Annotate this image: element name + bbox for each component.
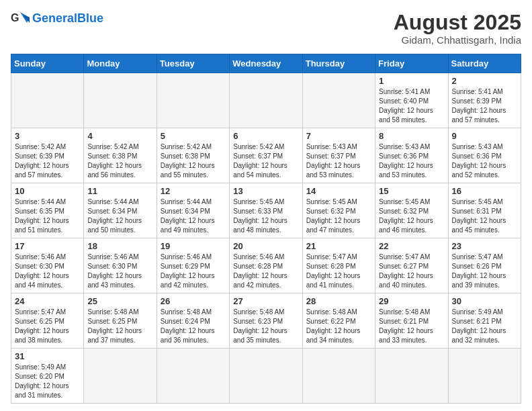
day-info: Sunrise: 5:45 AM Sunset: 6:32 PM Dayligh… [379, 197, 444, 235]
calendar-day-cell: 26Sunrise: 5:48 AM Sunset: 6:24 PM Dayli… [157, 293, 229, 349]
day-info: Sunrise: 5:48 AM Sunset: 6:25 PM Dayligh… [87, 308, 152, 345]
day-number: 7 [306, 131, 371, 141]
calendar-table: SundayMondayTuesdayWednesdayThursdayFrid… [11, 54, 521, 404]
calendar-day-cell: 15Sunrise: 5:45 AM Sunset: 6:32 PM Dayli… [375, 183, 448, 238]
calendar-day-cell [448, 349, 521, 404]
day-info: Sunrise: 5:43 AM Sunset: 6:36 PM Dayligh… [452, 142, 517, 180]
calendar-day-cell [157, 349, 229, 404]
calendar-day-cell: 3Sunrise: 5:42 AM Sunset: 6:39 PM Daylig… [11, 128, 84, 183]
day-number: 19 [161, 241, 226, 251]
day-of-week-header: Thursday [302, 54, 375, 73]
day-number: 28 [306, 296, 371, 306]
day-number: 20 [233, 241, 298, 251]
calendar-week-row: 10Sunrise: 5:44 AM Sunset: 6:35 PM Dayli… [11, 183, 521, 238]
day-number: 13 [233, 186, 298, 196]
calendar-day-cell: 7Sunrise: 5:43 AM Sunset: 6:37 PM Daylig… [302, 128, 375, 183]
day-info: Sunrise: 5:45 AM Sunset: 6:31 PM Dayligh… [452, 197, 517, 235]
logo-blue: Blue [77, 11, 103, 25]
day-number: 1 [379, 76, 444, 86]
day-number: 22 [379, 241, 444, 251]
day-info: Sunrise: 5:48 AM Sunset: 6:24 PM Dayligh… [161, 308, 226, 345]
day-number: 11 [87, 186, 152, 196]
day-info: Sunrise: 5:46 AM Sunset: 6:30 PM Dayligh… [87, 253, 152, 290]
day-info: Sunrise: 5:43 AM Sunset: 6:37 PM Dayligh… [306, 142, 371, 180]
calendar-day-cell: 10Sunrise: 5:44 AM Sunset: 6:35 PM Dayli… [11, 183, 84, 238]
calendar-day-cell: 8Sunrise: 5:43 AM Sunset: 6:36 PM Daylig… [375, 128, 448, 183]
day-info: Sunrise: 5:42 AM Sunset: 6:38 PM Dayligh… [87, 142, 152, 180]
day-of-week-header: Wednesday [230, 54, 302, 73]
day-number: 3 [15, 131, 80, 141]
day-of-week-header: Tuesday [157, 54, 229, 73]
day-info: Sunrise: 5:47 AM Sunset: 6:26 PM Dayligh… [452, 253, 517, 290]
day-info: Sunrise: 5:48 AM Sunset: 6:21 PM Dayligh… [379, 308, 444, 345]
calendar-day-cell [84, 349, 157, 404]
day-info: Sunrise: 5:42 AM Sunset: 6:39 PM Dayligh… [15, 142, 80, 180]
day-number: 23 [452, 241, 517, 251]
calendar-week-row: 24Sunrise: 5:47 AM Sunset: 6:25 PM Dayli… [11, 293, 521, 349]
calendar-day-cell [84, 73, 157, 128]
day-number: 18 [87, 241, 152, 251]
day-info: Sunrise: 5:49 AM Sunset: 6:20 PM Dayligh… [15, 363, 80, 400]
calendar-day-cell [375, 349, 448, 404]
calendar-day-cell: 23Sunrise: 5:47 AM Sunset: 6:26 PM Dayli… [448, 238, 521, 293]
calendar-day-cell: 14Sunrise: 5:45 AM Sunset: 6:32 PM Dayli… [302, 183, 375, 238]
calendar-week-row: 31Sunrise: 5:49 AM Sunset: 6:20 PM Dayli… [11, 349, 521, 404]
day-number: 30 [452, 296, 517, 306]
calendar-day-cell: 11Sunrise: 5:44 AM Sunset: 6:34 PM Dayli… [84, 183, 157, 238]
day-info: Sunrise: 5:47 AM Sunset: 6:25 PM Dayligh… [15, 308, 80, 345]
day-number: 16 [452, 186, 517, 196]
day-info: Sunrise: 5:47 AM Sunset: 6:27 PM Dayligh… [379, 253, 444, 290]
day-number: 24 [15, 296, 80, 306]
day-number: 5 [161, 131, 226, 141]
day-of-week-header: Friday [375, 54, 448, 73]
day-number: 21 [306, 241, 371, 251]
calendar-day-cell: 12Sunrise: 5:44 AM Sunset: 6:34 PM Dayli… [157, 183, 229, 238]
day-info: Sunrise: 5:46 AM Sunset: 6:29 PM Dayligh… [161, 253, 226, 290]
day-info: Sunrise: 5:43 AM Sunset: 6:36 PM Dayligh… [379, 142, 444, 180]
day-info: Sunrise: 5:41 AM Sunset: 6:40 PM Dayligh… [379, 87, 444, 125]
calendar-week-row: 17Sunrise: 5:46 AM Sunset: 6:30 PM Dayli… [11, 238, 521, 293]
day-number: 29 [379, 296, 444, 306]
logo-icon: G [11, 11, 30, 26]
logo: G GeneralBlue [11, 11, 103, 26]
calendar-day-cell: 1Sunrise: 5:41 AM Sunset: 6:40 PM Daylig… [375, 73, 448, 128]
calendar-day-cell [230, 349, 302, 404]
day-number: 26 [161, 296, 226, 306]
calendar-day-cell: 25Sunrise: 5:48 AM Sunset: 6:25 PM Dayli… [84, 293, 157, 349]
day-number: 9 [452, 131, 517, 141]
day-of-week-header: Monday [84, 54, 157, 73]
title-block: August 2025 Gidam, Chhattisgarh, India [394, 11, 521, 46]
calendar-day-cell: 17Sunrise: 5:46 AM Sunset: 6:30 PM Dayli… [11, 238, 84, 293]
day-info: Sunrise: 5:42 AM Sunset: 6:38 PM Dayligh… [161, 142, 226, 180]
calendar-day-cell: 24Sunrise: 5:47 AM Sunset: 6:25 PM Dayli… [11, 293, 84, 349]
day-number: 8 [379, 131, 444, 141]
day-info: Sunrise: 5:46 AM Sunset: 6:30 PM Dayligh… [15, 253, 80, 290]
calendar-day-cell: 30Sunrise: 5:49 AM Sunset: 6:21 PM Dayli… [448, 293, 521, 349]
calendar-day-cell [302, 73, 375, 128]
day-number: 4 [87, 131, 152, 141]
calendar-day-cell: 31Sunrise: 5:49 AM Sunset: 6:20 PM Dayli… [11, 349, 84, 404]
month-year-title: August 2025 [394, 11, 521, 34]
page-header: G GeneralBlue August 2025 Gidam, Chhatti… [11, 11, 521, 46]
day-number: 31 [15, 351, 80, 361]
calendar-week-row: 1Sunrise: 5:41 AM Sunset: 6:40 PM Daylig… [11, 73, 521, 128]
calendar-day-cell: 18Sunrise: 5:46 AM Sunset: 6:30 PM Dayli… [84, 238, 157, 293]
day-number: 2 [452, 76, 517, 86]
day-info: Sunrise: 5:44 AM Sunset: 6:35 PM Dayligh… [15, 197, 80, 235]
calendar-day-cell: 5Sunrise: 5:42 AM Sunset: 6:38 PM Daylig… [157, 128, 229, 183]
day-info: Sunrise: 5:44 AM Sunset: 6:34 PM Dayligh… [87, 197, 152, 235]
calendar-day-cell: 29Sunrise: 5:48 AM Sunset: 6:21 PM Dayli… [375, 293, 448, 349]
day-number: 27 [233, 296, 298, 306]
calendar-day-cell [11, 73, 84, 128]
svg-text:G: G [11, 12, 19, 24]
calendar-day-cell [157, 73, 229, 128]
calendar-week-row: 3Sunrise: 5:42 AM Sunset: 6:39 PM Daylig… [11, 128, 521, 183]
calendar-day-cell: 2Sunrise: 5:41 AM Sunset: 6:39 PM Daylig… [448, 73, 521, 128]
day-info: Sunrise: 5:46 AM Sunset: 6:28 PM Dayligh… [233, 253, 298, 290]
calendar-day-cell: 21Sunrise: 5:47 AM Sunset: 6:28 PM Dayli… [302, 238, 375, 293]
calendar-day-cell: 16Sunrise: 5:45 AM Sunset: 6:31 PM Dayli… [448, 183, 521, 238]
day-number: 12 [161, 186, 226, 196]
day-of-week-header: Saturday [448, 54, 521, 73]
day-of-week-header: Sunday [11, 54, 84, 73]
calendar-day-cell: 4Sunrise: 5:42 AM Sunset: 6:38 PM Daylig… [84, 128, 157, 183]
